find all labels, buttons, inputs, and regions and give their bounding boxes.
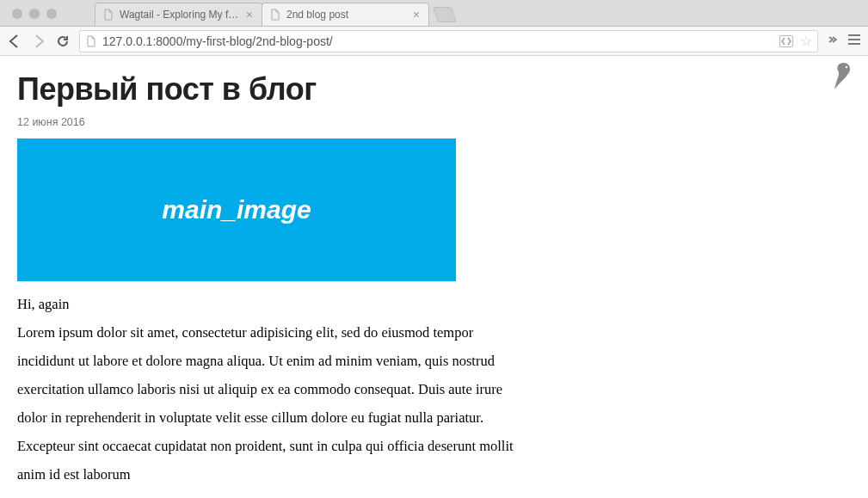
forward-button[interactable] [31, 34, 46, 49]
close-window-icon[interactable] [12, 9, 22, 19]
wagtail-logo-icon [832, 61, 853, 92]
url-text: 127.0.0.1:8000/my-first-blog/2nd-blog-po… [102, 34, 774, 48]
tab-wagtail-explorer[interactable]: Wagtail - Exploring My first × [95, 3, 262, 26]
file-icon [269, 9, 281, 21]
bookmark-star-icon[interactable]: ☆ [800, 33, 812, 49]
close-tab-icon[interactable]: × [244, 9, 255, 21]
tab-label: 2nd blog post [286, 9, 406, 21]
devtools-icon[interactable] [779, 35, 793, 47]
svg-point-0 [846, 66, 847, 68]
tab-second-blog-post[interactable]: 2nd blog post × [262, 3, 429, 26]
page-content: Первый пост в блог 12 июня 2016 main_ima… [0, 56, 868, 479]
file-icon [85, 35, 97, 47]
window-controls [0, 0, 57, 27]
main-image-label: main_image [162, 195, 311, 224]
post-body: Hi, again Lorem ipsum dolor sit amet, co… [17, 290, 525, 479]
extensions-overflow-icon[interactable] [827, 34, 839, 49]
minimize-window-icon[interactable] [29, 9, 40, 19]
reload-button[interactable] [55, 34, 71, 49]
main-image-placeholder: main_image [17, 138, 456, 281]
tabstrip: Wagtail - Exploring My first × 2nd blog … [0, 0, 868, 27]
address-bar[interactable]: 127.0.0.1:8000/my-first-blog/2nd-blog-po… [79, 30, 818, 52]
back-button[interactable] [7, 34, 22, 49]
tab-label: Wagtail - Exploring My first [120, 9, 239, 21]
file-icon [102, 9, 114, 21]
close-tab-icon[interactable]: × [411, 9, 422, 21]
post-paragraph: Lorem ipsum dolor sit amet, consectetur … [17, 318, 525, 479]
maximize-window-icon[interactable] [46, 9, 57, 19]
hamburger-menu-icon[interactable] [847, 34, 861, 49]
post-date: 12 июня 2016 [17, 116, 851, 128]
toolbar: 127.0.0.1:8000/my-first-blog/2nd-blog-po… [0, 27, 868, 56]
post-intro: Hi, again [17, 290, 525, 318]
new-tab-button[interactable] [433, 7, 458, 22]
post-title: Первый пост в блог [17, 71, 851, 108]
